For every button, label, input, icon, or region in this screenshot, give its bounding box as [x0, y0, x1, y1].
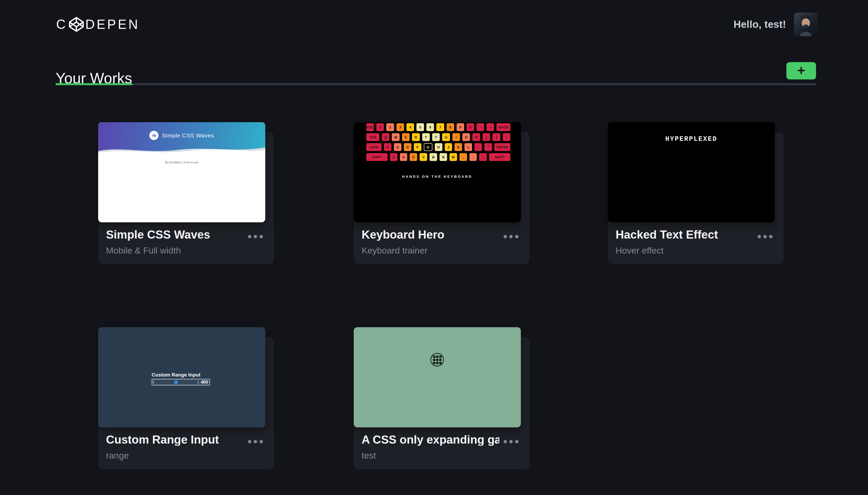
codepen-cube-icon	[68, 16, 84, 33]
keyboard-key: ESC	[366, 123, 374, 131]
keyboard-key: +	[487, 123, 494, 131]
keyboard-key: A	[384, 143, 392, 151]
ellipsis-dot	[248, 440, 251, 443]
user-avatar[interactable]	[794, 13, 818, 36]
keyboard-key: E	[402, 133, 410, 141]
keyboard-key: ;	[479, 153, 487, 161]
pen-subtitle: Mobile & Full width	[106, 246, 263, 255]
logo-letters-depen: DEPEN	[85, 18, 140, 31]
pen-card-custom-range-input: Custom Range Input 400 Custom Range Inpu…	[98, 327, 275, 469]
card-footer: Custom Range Input range	[106, 434, 263, 460]
logo-letter-c: C	[56, 18, 67, 31]
keyboard-key: BACK	[496, 123, 510, 131]
keyboard-key: N	[440, 153, 447, 161]
card-footer: A CSS only expanding galler test	[362, 434, 519, 460]
waves-preview-title: Simple CSS Waves	[162, 132, 214, 139]
pen-preview-keyboard-hero[interactable]: ESC1234567890-+BACKTABQWERTYUIOP[]\CAPSA…	[354, 122, 521, 222]
keyboard-key: U	[442, 133, 450, 141]
card-footer: Hacked Text Effect Hover effect	[616, 228, 772, 255]
card-menu-button[interactable]	[504, 235, 519, 238]
pen-card-simple-css-waves: Simple CSS Waves By.Goodkatz | Free to u…	[98, 122, 275, 264]
plus-icon: +	[797, 64, 805, 77]
keyboard-key: -	[476, 123, 484, 131]
pen-title[interactable]: Hacked Text Effect	[616, 228, 753, 241]
keyboard-key: M	[449, 153, 457, 161]
card-menu-button[interactable]	[248, 440, 263, 443]
pen-card-expanding-gallery: A CSS only expanding galler test	[354, 327, 530, 469]
ellipsis-dot	[757, 235, 761, 238]
pen-title[interactable]: A CSS only expanding galler	[362, 434, 499, 446]
range-tick	[198, 381, 198, 383]
keyboard-key: P	[472, 133, 480, 141]
new-pen-button[interactable]: +	[786, 62, 816, 80]
keyboard-key: 0	[466, 123, 474, 131]
pen-subtitle: Keyboard trainer	[362, 246, 519, 255]
card-menu-button[interactable]	[248, 235, 263, 238]
keyboard-key: X	[400, 153, 408, 161]
keyboard-key: G	[424, 143, 432, 151]
greeting-text: Hello, test!	[734, 19, 786, 30]
keyboard-key: I	[452, 133, 460, 141]
keyboard-key: O	[462, 133, 470, 141]
keyboard-key: "	[485, 143, 492, 151]
keyboard-key: V	[420, 153, 427, 161]
pen-title[interactable]: Keyboard Hero	[362, 228, 499, 241]
keyboard-key: B	[429, 153, 437, 161]
keyboard-key: [	[482, 133, 490, 141]
ellipsis-dot	[254, 440, 257, 443]
keyboard-key: Y	[432, 133, 440, 141]
card-menu-button[interactable]	[757, 235, 772, 238]
keyboard-key: 2	[386, 123, 394, 131]
pen-preview-simple-css-waves[interactable]: Simple CSS Waves By.Goodkatz | Free to u…	[98, 122, 265, 222]
keyboard-rows: ESC1234567890-+BACKTABQWERTYUIOP[]\CAPSA…	[366, 123, 510, 161]
ellipsis-dot	[260, 235, 263, 238]
keyboard-key: TAB	[366, 133, 379, 141]
keyboard-key: SHIFT	[366, 153, 388, 161]
pen-preview-custom-range-input[interactable]: Custom Range Input 400	[98, 327, 265, 427]
keyboard-key: W	[392, 133, 399, 141]
card-menu-button[interactable]	[504, 440, 519, 443]
keyboard-row: SHIFTZXCVBNM,.;SHIFT	[366, 153, 510, 161]
pen-subtitle: test	[362, 451, 519, 460]
pen-card-keyboard-hero: ESC1234567890-+BACKTABQWERTYUIOP[]\CAPSA…	[354, 122, 530, 264]
hyperplexed-text: HYPERPLEXED	[608, 135, 775, 143]
range-slider: 400	[152, 379, 210, 386]
keyboard-key: ,	[459, 153, 467, 161]
user-cluster: Hello, test!	[734, 13, 818, 36]
keyboard-key: 5	[416, 123, 424, 131]
range-demo: Custom Range Input 400	[152, 372, 210, 386]
grid-circle-icon	[430, 353, 444, 366]
pen-title[interactable]: Custom Range Input	[106, 434, 244, 446]
keyboard-key: 3	[396, 123, 404, 131]
keyboard-key: F	[414, 143, 421, 151]
range-tick	[153, 381, 154, 383]
keyboard-key: Q	[382, 133, 389, 141]
pen-title[interactable]: Simple CSS Waves	[106, 228, 244, 241]
keyboard-row: CAPSASDFGHJKL:"ENTER	[366, 143, 510, 151]
keyboard-key: D	[404, 143, 411, 151]
pen-preview-expanding-gallery[interactable]	[354, 327, 521, 427]
waves-shape	[98, 145, 265, 157]
codepen-logo[interactable]: C DEPEN	[56, 16, 140, 33]
pen-preview-hacked-text-effect[interactable]: HYPERPLEXED	[608, 122, 775, 222]
keyboard-key: 1	[376, 123, 384, 131]
keyboard-key: ]	[492, 133, 500, 141]
keyboard-key: T	[422, 133, 430, 141]
keyboard-row: TABQWERTYUIOP[]\	[366, 133, 510, 141]
ellipsis-dot	[509, 235, 513, 238]
ellipsis-dot	[769, 235, 772, 238]
keyboard-key: \	[503, 133, 510, 141]
ellipsis-dot	[248, 235, 251, 238]
grid-squares	[433, 356, 442, 364]
ellipsis-dot	[504, 235, 507, 238]
keyboard-key: J	[445, 143, 452, 151]
keyboard-key: Z	[390, 153, 397, 161]
ellipsis-dot	[260, 440, 263, 443]
keyboard-caption: HANDS ON THE KEYBOARD	[354, 175, 521, 178]
ellipsis-dot	[504, 440, 507, 443]
keyboard-key: 4	[407, 123, 414, 131]
keyboard-row: ESC1234567890-+BACK	[366, 123, 510, 131]
keyboard-key: SHIFT	[489, 153, 510, 161]
keyboard-key: .	[470, 153, 477, 161]
keyboard-key: 8	[447, 123, 454, 131]
